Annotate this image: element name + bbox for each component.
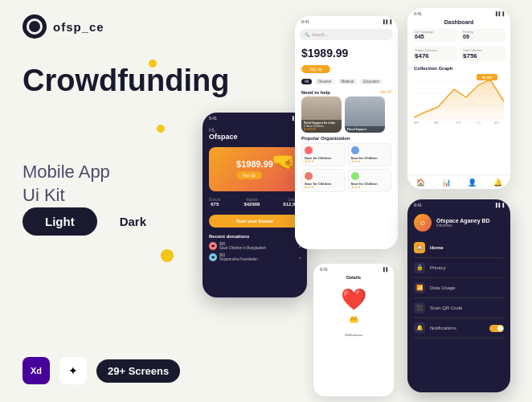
company-avatar: O (414, 214, 432, 232)
notifications-toggle[interactable] (489, 325, 504, 332)
search-bar[interactable]: 🔍 Search... (300, 29, 393, 40)
tab-medical[interactable]: Medical (338, 79, 358, 84)
heart-illustration: ❤️ 🤲 (313, 281, 394, 330)
phones-area: 9:41 ▐▐ ▐ Hi, Ofspace $1989.99 Top Up 🤜 … (186, 0, 532, 402)
decorative-dot (157, 125, 165, 133)
dashboard-stats2: Today's Collection $476 Total Collection… (407, 43, 510, 64)
qr-icon: ⬛ (414, 302, 425, 314)
org-card[interactable]: Save for Children ★★★ (301, 169, 346, 192)
home-icon: 🏠 (414, 242, 425, 253)
statusbar: 9:41 ▐▐ ▐ (295, 16, 398, 26)
need-card[interactable]: Relief Support for India 5 Save Children… (301, 96, 342, 133)
collection-graph: $6,997 APR MAY JUN JUL AUG (407, 73, 510, 125)
phone-center: 9:41 ▐▐ ▐ 🔍 Search... $1989.99 Top Up Al… (295, 16, 398, 249)
org-icon (351, 172, 359, 180)
logo-text: ofsp_ce (53, 20, 104, 34)
donation-name: Sripamusha Foundation (219, 257, 258, 261)
svg-text:APR: APR (414, 121, 419, 125)
svg-text:AUG: AUG (494, 121, 500, 125)
statusbar: 9:41 ▐▐ ▐ (203, 113, 307, 122)
decorative-dot (149, 59, 157, 68)
svg-text:MAY: MAY (434, 121, 439, 125)
phone-main: 9:41 ▐▐ ▐ Hi, Ofspace $1989.99 Top Up 🤜 … (203, 113, 307, 297)
phone-dashboard: 9:41 ▐▐ ▐ Dashboard Live Campaign 045 Pe… (407, 8, 510, 189)
svg-text:JUN: JUN (456, 121, 460, 125)
org-card[interactable]: Save for Children ★★★ (348, 169, 392, 192)
company-location: Indonesia (436, 224, 490, 228)
statusbar: 9:41 ▐▐ ▐ (407, 8, 510, 18)
company-name: Ofspace Aganey BD (436, 218, 490, 224)
nav-home-icon[interactable]: 🏠 (415, 178, 425, 187)
menu-item-home[interactable]: 🏠 Home (414, 238, 504, 258)
greeting-text: Hi, (209, 127, 301, 133)
decorative-dot (161, 249, 174, 262)
donation-item: ❤ $65 Save Children in Bangladesh › (209, 242, 301, 250)
statusbar: 9:41 ▐▐ ▐ (407, 199, 510, 209)
stats-row: Donors 675 Raised $42909 Goal $12,989 (209, 198, 301, 207)
need-card[interactable]: Flood Support (345, 96, 385, 133)
header: ofsp_ce (23, 14, 104, 39)
collection-graph-title: Collection Graph (407, 64, 510, 73)
amount-banner: $1989.99 Top Up 🤜 (209, 147, 301, 191)
donation-icon: ❤ (209, 253, 217, 261)
main-amount: $1989.99 (236, 159, 273, 169)
svg-text:$6,997: $6,997 (482, 76, 493, 80)
graph-svg: $6,997 APR MAY JUN JUL AUG (414, 73, 504, 125)
menu-item-privacy[interactable]: 🔒 Privacy (414, 258, 504, 278)
nav-profile-icon[interactable]: 👤 (467, 178, 477, 187)
notification-text: Notifications (313, 330, 394, 340)
screens-badge: 29+ Screens (96, 359, 180, 383)
menu-item-notifications[interactable]: 🔔 Notifications (414, 318, 504, 338)
need-help-section: Need to help See All (295, 87, 398, 96)
dark-phone-header: O Ofspace Aganey BD Indonesia (407, 209, 510, 235)
topup-btn[interactable]: Top Up (236, 171, 262, 179)
org-icon (351, 146, 359, 154)
org-icon (305, 146, 313, 154)
popular-orgs: Popular Organization Save for Children ★… (295, 133, 398, 192)
menu-item-data-usage[interactable]: 📶 Data Usage (414, 278, 504, 298)
tab-all[interactable]: All (301, 79, 312, 84)
menu-item-scan-qr[interactable]: ⬛ Scan QR Code (414, 298, 504, 318)
start-donate-btn[interactable]: Start your Donate (209, 215, 301, 228)
donation-icon: ❤ (209, 242, 217, 250)
org-card[interactable]: Save for Children ★★★ (348, 143, 392, 166)
phone-dark-menu: 9:41 ▐▐ ▐ O Ofspace Aganey BD Indonesia … (407, 199, 510, 392)
org-card[interactable]: Save for Children ★★★ (301, 143, 346, 166)
category-tabs: All Disaster Medical Education (295, 74, 398, 87)
phone-small: 9:41 ▐▐ Details ❤️ 🤲 Notifications (313, 264, 394, 396)
details-title: Details (313, 273, 394, 281)
topup-button[interactable]: Top Up (301, 65, 330, 73)
toggle-knob (497, 326, 503, 331)
theme-toggle: Light Dark (23, 207, 169, 236)
statusbar: 9:41 ▐▐ (313, 264, 394, 273)
org-icon (305, 172, 313, 180)
hero-subtitle: Mobile App Ui Kit (23, 161, 110, 207)
user-name: Ofspace (209, 133, 301, 141)
dark-menu-items: 🏠 Home 🔒 Privacy 📶 Data Usage ⬛ Scan QR … (407, 235, 510, 342)
figma-badge: ✦ (59, 357, 87, 384)
badge-group: Xd ✦ 29+ Screens (23, 357, 180, 384)
svg-text:JUL: JUL (477, 121, 481, 125)
dark-mode-button[interactable]: Dark (97, 207, 169, 236)
privacy-icon: 🔒 (414, 262, 425, 273)
donation-name: Save Children in Bangladesh (219, 246, 266, 250)
dashboard-title: Dashboard (407, 18, 510, 25)
xd-badge: Xd (23, 357, 50, 384)
tab-disaster[interactable]: Disaster (315, 79, 335, 84)
nav-stats-icon[interactable]: 📊 (441, 178, 451, 187)
donation-item: ❤ $91 Sripamusha Foundation › (209, 253, 301, 261)
light-mode-button[interactable]: Light (23, 207, 97, 236)
dashboard-stats: Live Campaign 045 Pending 09 (407, 25, 510, 43)
logo-icon (23, 14, 47, 39)
need-help-cards: Relief Support for India 5 Save Children… (295, 96, 398, 133)
data-usage-icon: 📶 (414, 282, 425, 293)
nav-bell-icon[interactable]: 🔔 (493, 178, 502, 187)
center-amount: $1989.99 (301, 47, 391, 59)
hand-emoji: 🤜 (272, 150, 296, 173)
bottom-navbar: 🏠 📊 👤 🔔 (407, 174, 510, 189)
notification-icon: 🔔 (414, 322, 425, 334)
tab-education[interactable]: Education (360, 79, 383, 84)
recent-label: Recent donations (209, 234, 301, 239)
